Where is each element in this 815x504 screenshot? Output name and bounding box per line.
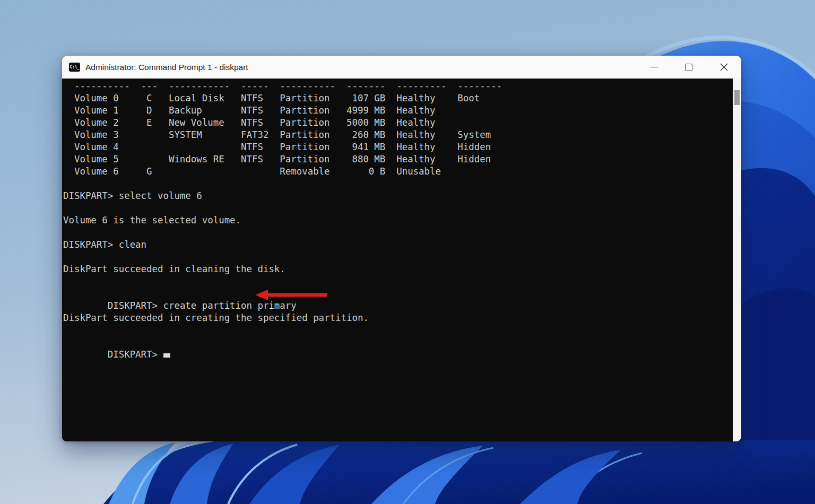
volume-table-row: Volume 5 Windows RE NTFS Partition 880 M… — [63, 153, 733, 166]
volume-table-row: Volume 4 NTFS Partition 941 MB Healthy H… — [63, 141, 733, 153]
window-title: Administrator: Command Prompt 1 - diskpa… — [85, 63, 636, 72]
minimize-button[interactable] — [636, 56, 671, 79]
blank-line — [63, 251, 733, 263]
close-icon — [720, 63, 728, 71]
cmd-icon-glyph: C:\_ — [70, 65, 79, 69]
prompt-text: DISKPART> — [108, 349, 158, 360]
blank-line — [63, 227, 733, 239]
scrollbar-thumb[interactable] — [734, 90, 740, 105]
terminal[interactable]: ---------- --- ----------- ----- -------… — [62, 79, 733, 441]
caption-buttons — [636, 56, 741, 79]
command-line-create-partition: DISKPART> create partition primary — [63, 288, 733, 300]
command-line-clean: DISKPART> clean — [63, 239, 733, 251]
minimize-icon — [650, 67, 658, 67]
desktop-wallpaper: C:\_ Administrator: Command Prompt 1 - d… — [0, 0, 815, 504]
output-line-selected-volume: Volume 6 is the selected volume. — [63, 214, 733, 227]
command-prompt-window: C:\_ Administrator: Command Prompt 1 - d… — [62, 56, 741, 441]
volume-table-row: Volume 0 C Local Disk NTFS Partition 107… — [63, 92, 733, 105]
maximize-icon — [685, 64, 692, 71]
volume-table-row: Volume 6 G Removable 0 B Unusable — [63, 166, 733, 178]
close-button[interactable] — [706, 56, 741, 79]
command-line-select-volume: DISKPART> select volume 6 — [63, 190, 733, 202]
title-bar[interactable]: C:\_ Administrator: Command Prompt 1 - d… — [62, 56, 741, 79]
text-cursor — [163, 353, 170, 358]
maximize-button[interactable] — [671, 56, 706, 79]
volume-table-row: Volume 2 E New Volume NTFS Partition 500… — [63, 117, 733, 129]
prompt-line: DISKPART> — [63, 336, 733, 349]
output-line-clean-succeeded: DiskPart succeeded in cleaning the disk. — [63, 263, 733, 275]
volume-table-row: Volume 1 D Backup NTFS Partition 4999 MB… — [63, 105, 733, 117]
cmd-icon: C:\_ — [69, 63, 80, 72]
output-line-create-succeeded: DiskPart succeeded in creating the speci… — [63, 312, 733, 324]
volume-table-separator: ---------- --- ----------- ----- -------… — [63, 80, 733, 92]
blank-line — [63, 202, 733, 214]
blank-line — [63, 324, 733, 336]
blank-line — [63, 300, 733, 312]
blank-line — [63, 275, 733, 288]
terminal-scrollbar[interactable] — [733, 79, 741, 441]
blank-line — [63, 178, 733, 190]
volume-table-row: Volume 3 SYSTEM FAT32 Partition 260 MB H… — [63, 129, 733, 141]
